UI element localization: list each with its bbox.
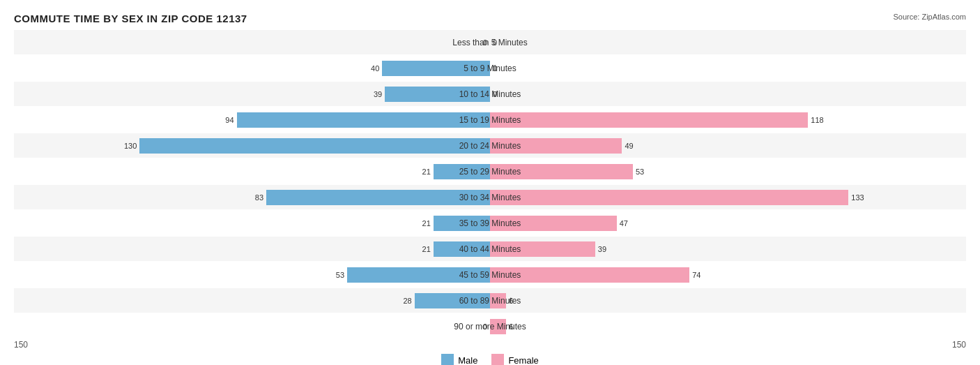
female-bar: 53 <box>490 164 633 179</box>
left-section: 21 <box>14 211 490 235</box>
female-bar: 74 <box>490 267 689 283</box>
axis-left: 150 <box>14 340 28 350</box>
male-bar: 21 <box>434 241 490 257</box>
right-section: 39 <box>490 237 966 261</box>
table-row: 40 5 to 9 Minutes 0 <box>14 56 966 80</box>
male-value: 83 <box>255 193 266 202</box>
male-value: 94 <box>225 116 236 124</box>
female-bar: 118 <box>490 112 808 128</box>
male-value: 21 <box>422 219 434 228</box>
female-value: 0 <box>490 64 497 73</box>
table-row: 83 30 to 34 Minutes 133 <box>14 185 966 209</box>
table-row: 28 60 to 89 Minutes 6 <box>14 288 966 313</box>
chart-container: COMMUTE TIME BY SEX IN ZIP CODE 12137 So… <box>0 0 980 365</box>
female-value: 0 <box>490 90 497 98</box>
left-section: 21 <box>14 159 490 184</box>
axis-right: 150 <box>952 340 966 350</box>
male-swatch <box>441 354 454 365</box>
right-section: 118 <box>490 107 966 132</box>
left-section: 53 <box>14 262 490 287</box>
female-value: 6 <box>506 297 513 305</box>
male-value: 39 <box>374 90 385 98</box>
table-row: 53 45 to 59 Minutes 74 <box>14 262 966 287</box>
female-value: 39 <box>595 245 606 253</box>
left-section: 0 <box>14 30 490 54</box>
female-value: 133 <box>848 193 864 202</box>
right-section: 133 <box>490 185 966 209</box>
female-swatch <box>491 354 504 365</box>
table-row: 0 90 or more Minutes 6 <box>14 314 966 338</box>
right-section: 49 <box>490 133 966 158</box>
female-bar: 133 <box>490 190 848 205</box>
female-value: 6 <box>506 322 513 331</box>
male-value: 21 <box>422 245 434 253</box>
source-label: Source: ZipAtlas.com <box>893 13 966 21</box>
male-value: 40 <box>371 64 382 73</box>
right-section: 0 <box>490 30 966 54</box>
chart-legend: Male Female <box>14 354 966 365</box>
female-bar: 6 <box>490 319 506 334</box>
female-value: 0 <box>490 38 497 47</box>
right-section: 53 <box>490 159 966 184</box>
table-row: 21 35 to 39 Minutes 47 <box>14 211 966 235</box>
male-value: 53 <box>336 271 347 279</box>
female-bar: 39 <box>490 241 595 257</box>
female-value: 74 <box>689 271 700 279</box>
table-row: 94 15 to 19 Minutes 118 <box>14 107 966 132</box>
left-section: 28 <box>14 288 490 313</box>
left-section: 0 <box>14 314 490 338</box>
left-section: 39 <box>14 82 490 106</box>
table-row: 0 Less than 5 Minutes 0 <box>14 30 966 54</box>
chart-title: COMMUTE TIME BY SEX IN ZIP CODE 12137 <box>14 13 966 24</box>
right-section: 74 <box>490 262 966 287</box>
female-value: 47 <box>617 219 628 228</box>
male-value: 21 <box>422 167 434 176</box>
male-label: Male <box>458 355 477 366</box>
male-value: 0 <box>483 322 490 331</box>
legend-male: Male <box>441 354 477 365</box>
chart-rows: 0 Less than 5 Minutes 0 40 5 to 9 Minute… <box>14 30 966 338</box>
female-value: 118 <box>808 116 823 124</box>
right-section: 47 <box>490 211 966 235</box>
legend-female: Female <box>491 354 538 365</box>
table-row: 39 10 to 14 Minutes 0 <box>14 82 966 106</box>
male-bar: 39 <box>385 87 490 102</box>
male-value: 28 <box>403 297 414 305</box>
male-bar: 40 <box>382 61 490 76</box>
table-row: 21 25 to 29 Minutes 53 <box>14 159 966 184</box>
left-section: 21 <box>14 237 490 261</box>
male-bar: 94 <box>237 112 490 128</box>
male-bar: 83 <box>266 190 490 205</box>
left-section: 40 <box>14 56 490 80</box>
table-row: 21 40 to 44 Minutes 39 <box>14 237 966 261</box>
female-value: 53 <box>633 167 644 176</box>
female-bar: 6 <box>490 293 506 308</box>
male-bar: 53 <box>347 267 490 283</box>
left-section: 94 <box>14 107 490 132</box>
table-row: 130 20 to 24 Minutes 49 <box>14 133 966 158</box>
left-section: 130 <box>14 133 490 158</box>
male-value: 130 <box>124 142 139 150</box>
female-bar: 47 <box>490 216 617 231</box>
right-section: 6 <box>490 314 966 338</box>
female-value: 49 <box>622 142 633 150</box>
male-value: 0 <box>483 38 490 47</box>
right-section: 6 <box>490 288 966 313</box>
axis-labels: 150 150 <box>14 340 966 350</box>
male-bar: 130 <box>139 138 490 154</box>
female-label: Female <box>508 355 538 366</box>
male-bar: 21 <box>434 216 490 231</box>
male-bar: 21 <box>434 164 490 179</box>
female-bar: 49 <box>490 138 622 154</box>
right-section: 0 <box>490 56 966 80</box>
left-section: 83 <box>14 185 490 209</box>
right-section: 0 <box>490 82 966 106</box>
male-bar: 28 <box>415 293 490 308</box>
